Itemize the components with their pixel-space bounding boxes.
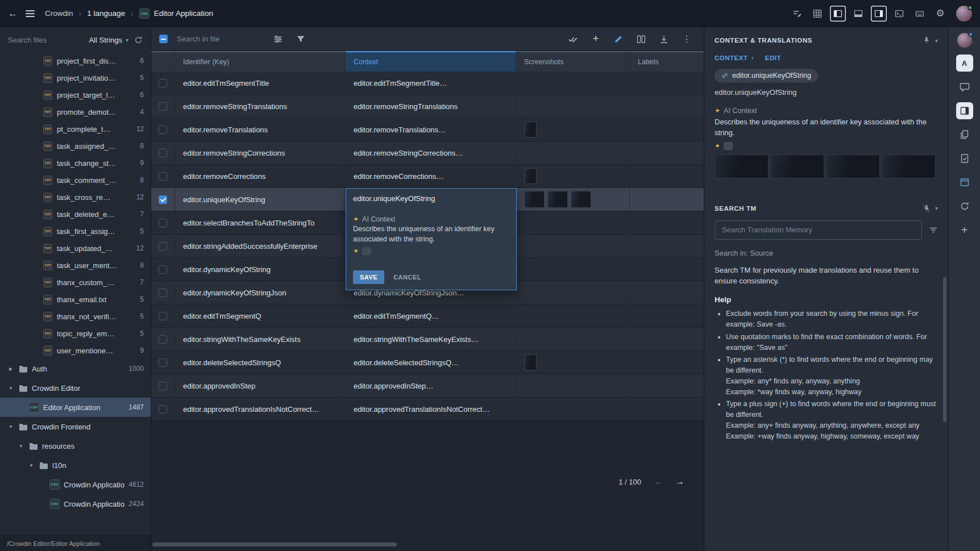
table-row[interactable]: editor.approvedInStepeditor.approvedInSt… — [151, 374, 704, 398]
chevron-expanded-icon[interactable]: ▼ — [7, 424, 15, 429]
chevron-down-icon[interactable]: ▾ — [935, 205, 938, 211]
context-cell[interactable]: editor.editTmSegmentQ… — [346, 304, 516, 327]
table-row[interactable]: editor.removeTranslationseditor.removeTr… — [151, 118, 704, 141]
screenshot-thumbnail[interactable] — [826, 155, 880, 178]
approve-all-icon[interactable] — [566, 32, 580, 46]
table-row[interactable]: editor.editTmSegmentTitleeditor.editTmSe… — [151, 72, 704, 95]
refresh-icon[interactable] — [134, 36, 143, 44]
header-identifier[interactable]: Identifier (Key) — [175, 51, 346, 72]
file-item[interactable]: TXTtask_cross_re…12 — [0, 189, 151, 206]
tree-item[interactable]: CSVEditor Application1487 — [0, 398, 151, 417]
user-avatar[interactable] — [956, 6, 972, 22]
file-item[interactable]: TXTtopic_reply_em…5 — [0, 325, 151, 342]
row-checkbox[interactable] — [159, 242, 167, 251]
row-checkbox[interactable] — [159, 195, 167, 204]
row-checkbox[interactable] — [159, 265, 167, 274]
tab-edit[interactable]: EDIT — [765, 55, 781, 61]
cancel-button[interactable]: CANCEL — [393, 274, 421, 281]
filter-funnel-icon[interactable] — [294, 32, 308, 46]
row-checkbox[interactable] — [159, 219, 167, 227]
strings-filter-dropdown[interactable]: All Strings ▾ — [89, 36, 128, 44]
file-item[interactable]: TXTtask_user_ment…8 — [0, 257, 151, 274]
table-row[interactable]: editor.stringWithTheSameKeyExistseditor.… — [151, 328, 704, 351]
more-options-icon[interactable]: ⋮ — [680, 32, 694, 46]
context-cell[interactable]: editor.approvedTranslationIsNotCorrect… — [346, 398, 516, 420]
context-cell[interactable]: editor.editTmSegmentTitle… — [346, 72, 516, 94]
table-row[interactable]: editor.removeCorrectionseditor.removeCor… — [151, 165, 704, 188]
header-labels[interactable]: Labels — [630, 51, 704, 72]
pin-icon[interactable] — [923, 36, 931, 44]
screenshot-thumbnail[interactable] — [524, 168, 537, 184]
screenshot-thumbnail[interactable] — [524, 354, 537, 370]
row-checkbox[interactable] — [159, 126, 167, 134]
add-panel-icon[interactable]: + — [956, 222, 973, 239]
context-cell[interactable]: editor.removeStringCorrections… — [346, 141, 516, 164]
file-item[interactable]: TXTuser_mentione…9 — [0, 342, 151, 359]
settings-gear-icon[interactable]: ⚙ — [932, 6, 948, 22]
file-item[interactable]: TXTproject_first_dis…6 — [0, 52, 151, 69]
context-cell[interactable]: editor.deleteSelectedStringsQ… — [346, 351, 516, 374]
layout-left-panel-icon[interactable] — [830, 6, 846, 22]
table-row[interactable]: editor.editTmSegmentQeditor.editTmSegmen… — [151, 304, 704, 328]
context-cell[interactable]: editor.removeCorrections… — [346, 165, 516, 187]
vertical-scrollbar[interactable] — [943, 277, 946, 422]
file-item[interactable]: TXTproject_invitatio…5 — [0, 69, 151, 86]
header-context[interactable]: Context — [346, 51, 516, 72]
table-row[interactable]: editor.removeStringTranslationseditor.re… — [151, 95, 704, 118]
comments-icon[interactable] — [956, 78, 973, 95]
table-row[interactable]: editor.deleteSelectedStringsQeditor.dele… — [151, 351, 704, 374]
row-checkbox[interactable] — [159, 289, 167, 297]
horizontal-scrollbar[interactable] — [152, 542, 397, 546]
row-checkbox[interactable] — [159, 358, 167, 367]
tree-item[interactable]: CSVCrowdin Applicatio…4612 — [0, 475, 151, 494]
screenshots-panel-icon[interactable] — [956, 174, 973, 191]
search-tm-input[interactable] — [715, 220, 922, 240]
chevron-expanded-icon[interactable]: ▼ — [17, 444, 25, 449]
grid-view-icon[interactable] — [809, 6, 825, 22]
file-item[interactable]: TXTpt_complete_t…12 — [0, 120, 151, 137]
translation-status-icon[interactable] — [956, 150, 973, 167]
console-icon[interactable] — [891, 6, 907, 22]
back-button[interactable]: ← — [8, 8, 18, 19]
tm-filter-icon[interactable] — [929, 226, 938, 235]
string-key-chip[interactable]: editor.uniqueKeyOfString — [715, 69, 818, 82]
breadcrumb-project[interactable]: Crowdin — [45, 9, 73, 18]
search-in-file-input[interactable] — [177, 35, 262, 43]
file-item[interactable]: TXTthanx_custom_…7 — [0, 274, 151, 291]
search-files-input[interactable] — [8, 36, 83, 44]
chevron-expanded-icon[interactable]: ▼ — [27, 463, 35, 468]
columns-icon[interactable] — [634, 32, 648, 46]
screenshot-thumbnail[interactable] — [715, 155, 769, 178]
unpin-icon[interactable] — [923, 204, 931, 212]
tree-item[interactable]: ▼resources — [0, 436, 151, 456]
context-cell[interactable]: editor.removeStringTranslations — [346, 95, 516, 118]
ai-action-icon[interactable] — [724, 142, 733, 150]
layout-bottom-panel-icon[interactable] — [850, 6, 866, 22]
table-row[interactable]: editor.approvedTranslationIsNotCorrect…e… — [151, 398, 704, 421]
edit-pencil-icon[interactable] — [612, 32, 625, 46]
context-edit-value[interactable]: editor.uniqueKeyOfString — [353, 194, 509, 203]
row-checkbox[interactable] — [159, 79, 167, 87]
context-panel-icon[interactable] — [956, 102, 973, 119]
file-item[interactable]: TXTthanx_not_verifi…5 — [0, 308, 151, 325]
header-screenshots[interactable]: Screenshots — [516, 51, 630, 72]
save-button[interactable]: SAVE — [353, 270, 384, 284]
ai-action-icon[interactable] — [362, 247, 371, 255]
screenshot-thumbnail[interactable] — [882, 155, 936, 178]
row-checkbox[interactable] — [159, 382, 167, 390]
row-checkbox[interactable] — [159, 335, 167, 344]
file-item[interactable]: TXTthanx_email.txt5 — [0, 291, 151, 308]
tab-context[interactable]: CONTEXT — [715, 55, 748, 61]
breadcrumb-file[interactable]: CSV Editor Application — [139, 9, 213, 19]
select-all-checkbox[interactable] — [159, 35, 168, 43]
file-item[interactable]: TXTtask_updated_…12 — [0, 240, 151, 257]
screenshot-thumbnail[interactable] — [524, 191, 545, 208]
context-cell[interactable]: editor.approvedInStep… — [346, 374, 516, 397]
screenshot-thumbnail[interactable] — [547, 191, 568, 208]
compose-request-icon[interactable] — [789, 6, 805, 22]
previous-page-icon[interactable]: ← — [654, 477, 663, 487]
file-item[interactable]: TXTtask_assigned_…8 — [0, 137, 151, 155]
row-checkbox[interactable] — [159, 149, 167, 157]
file-item[interactable]: TXTtask_change_st…9 — [0, 155, 151, 172]
row-checkbox[interactable] — [159, 102, 167, 111]
